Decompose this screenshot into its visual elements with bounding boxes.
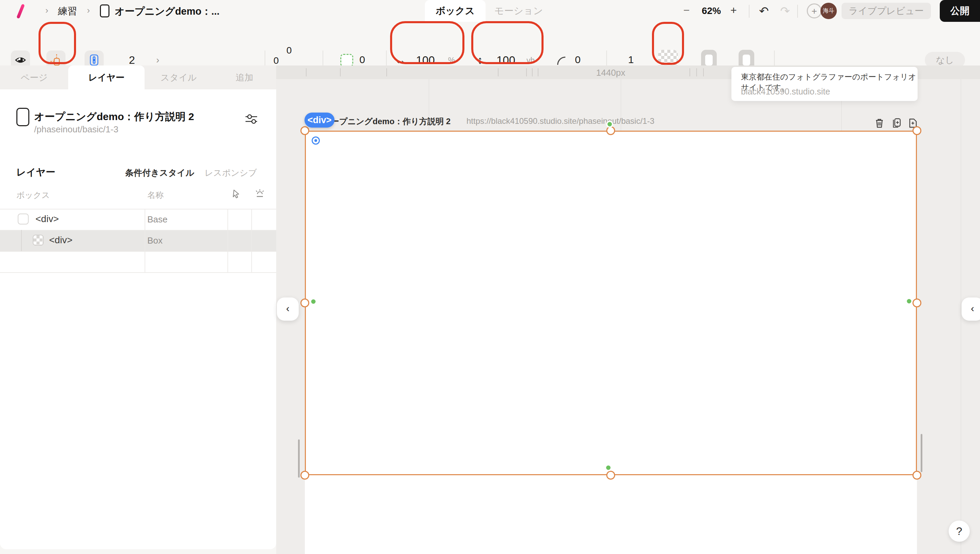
layer-row-name[interactable]: Base bbox=[147, 214, 167, 225]
top-header: › 練習 › オープニングdemo：... ボックス モーション − 62% +… bbox=[0, 0, 980, 22]
ruler-tick bbox=[340, 68, 340, 76]
corner-radius-icon bbox=[557, 57, 565, 65]
ruler-tick bbox=[306, 68, 307, 76]
handle-top-center[interactable] bbox=[606, 126, 615, 135]
ruler-tick bbox=[538, 68, 538, 76]
ruler-tick bbox=[703, 68, 704, 76]
layers-conditional-link[interactable]: 条件付きスタイル bbox=[125, 167, 194, 178]
cursor-column-icon[interactable] bbox=[231, 188, 242, 199]
collapse-left-panel-button[interactable]: ‹ bbox=[277, 298, 299, 321]
canvas-page-url[interactable]: https://black410590.studio.site/phaseino… bbox=[466, 116, 654, 126]
grid-line bbox=[0, 251, 276, 252]
tab-motion[interactable]: モーション bbox=[488, 0, 549, 22]
origin-target-icon[interactable] bbox=[312, 137, 320, 145]
duplicate-page-icon[interactable] bbox=[891, 117, 902, 129]
canvas-page-title[interactable]: オープニングdemo：作り方説明 2 bbox=[323, 116, 450, 127]
layers-responsive-link[interactable]: レスポンシブ bbox=[205, 167, 257, 178]
layer-row-tag[interactable]: <div> bbox=[49, 235, 73, 246]
eye-icon bbox=[15, 54, 26, 66]
grid-line bbox=[145, 209, 145, 273]
right-scrollbar[interactable] bbox=[921, 434, 923, 472]
redo-icon[interactable]: ↷ bbox=[780, 4, 790, 18]
position-x-value[interactable]: 0 bbox=[274, 55, 279, 66]
help-button[interactable]: ? bbox=[949, 521, 970, 542]
layer-transparent-icon[interactable] bbox=[33, 235, 44, 246]
tab-box[interactable]: ボックス bbox=[425, 0, 485, 22]
spacing-dot[interactable] bbox=[606, 466, 611, 470]
sidebar-page-title[interactable]: オープニングdemo：作り方説明 2 bbox=[34, 110, 194, 124]
stack-order-chevron-icon[interactable]: › bbox=[156, 54, 159, 65]
grid-line bbox=[0, 230, 276, 231]
breadcrumb-chevron-icon: › bbox=[87, 5, 90, 16]
divider bbox=[797, 5, 798, 18]
position-y-value[interactable]: 0 bbox=[286, 45, 292, 56]
studio-editor-window: › 練習 › オープニングdemo：... ボックス モーション − 62% +… bbox=[0, 0, 980, 554]
ruler-tick bbox=[498, 68, 498, 76]
grid-line bbox=[251, 209, 252, 273]
spacing-dot[interactable] bbox=[311, 299, 316, 304]
annotation-fill bbox=[652, 22, 684, 65]
padding-value[interactable]: 0 bbox=[360, 54, 365, 65]
grid-line bbox=[0, 209, 276, 209]
handle-bottom-right[interactable] bbox=[913, 471, 921, 480]
corner-radius-value[interactable]: 0 bbox=[575, 54, 581, 65]
sidebar-page-path: /phaseinout/basic/1-3 bbox=[34, 124, 118, 135]
tab-layers[interactable]: レイヤー bbox=[68, 65, 145, 89]
zoom-in-button[interactable]: + bbox=[730, 4, 737, 17]
sidebar-panel bbox=[0, 89, 276, 549]
invite-member-button[interactable]: + bbox=[807, 3, 822, 18]
annotation-width bbox=[390, 21, 465, 64]
annotation-height bbox=[471, 21, 544, 64]
publish-button[interactable]: 公開 bbox=[940, 0, 980, 22]
handle-top-left[interactable] bbox=[301, 126, 309, 135]
grid-line bbox=[228, 209, 228, 273]
divider bbox=[749, 5, 749, 18]
studio-logo-icon[interactable] bbox=[16, 4, 25, 19]
layers-heading: レイヤー bbox=[16, 166, 55, 179]
ruler-tick bbox=[696, 68, 697, 76]
overflow-icon bbox=[88, 54, 100, 66]
handle-mid-right[interactable] bbox=[913, 298, 921, 307]
handle-bottom-left[interactable] bbox=[301, 471, 309, 480]
column-header-name: 名称 bbox=[147, 189, 164, 201]
site-domain: black410590.studio.site bbox=[741, 87, 830, 97]
left-scrollbar[interactable] bbox=[298, 439, 300, 478]
ruler-tick bbox=[532, 68, 533, 76]
ruler-width-label: 1440px bbox=[585, 68, 636, 78]
tree-indent-line bbox=[21, 230, 22, 251]
breadcrumb-project[interactable]: 練習 bbox=[58, 5, 77, 18]
tab-styles[interactable]: スタイル bbox=[145, 65, 213, 89]
padding-icon bbox=[340, 54, 353, 67]
avatar[interactable]: 海斗 bbox=[821, 3, 837, 19]
selection-outline bbox=[305, 131, 917, 475]
page-settings-icon[interactable] bbox=[243, 111, 259, 127]
stack-order-value[interactable]: 2 bbox=[129, 54, 135, 67]
layer-row-name[interactable]: Box bbox=[147, 236, 163, 246]
delete-page-icon[interactable] bbox=[873, 117, 885, 129]
handle-bottom-center[interactable] bbox=[606, 471, 615, 480]
live-preview-button[interactable]: ライブプレビュー bbox=[842, 3, 931, 19]
tab-add[interactable]: 追加 bbox=[213, 65, 276, 89]
opacity-value[interactable]: 1 bbox=[628, 54, 634, 65]
expand-right-panel-button[interactable]: ‹ bbox=[962, 298, 980, 321]
page-doc-icon bbox=[100, 5, 110, 18]
ruler-tick bbox=[526, 68, 527, 76]
zoom-out-button[interactable]: − bbox=[683, 4, 690, 17]
annotation-placement bbox=[38, 22, 76, 64]
spacing-dot[interactable] bbox=[907, 299, 912, 304]
undo-icon[interactable]: ↶ bbox=[759, 4, 769, 18]
layer-row-tag[interactable]: <div> bbox=[35, 213, 59, 224]
highlight-column-icon[interactable] bbox=[255, 188, 265, 199]
tab-pages[interactable]: ページ bbox=[0, 65, 68, 89]
handle-top-right[interactable] bbox=[913, 126, 921, 135]
zoom-level[interactable]: 62% bbox=[702, 5, 721, 16]
column-guide bbox=[961, 79, 961, 554]
layer-box-icon[interactable] bbox=[18, 213, 29, 224]
grid-line bbox=[0, 272, 276, 273]
page-doc-icon bbox=[16, 108, 29, 126]
breadcrumb-page-title[interactable]: オープニングdemo：... bbox=[115, 5, 220, 18]
handle-mid-left[interactable] bbox=[301, 298, 309, 307]
element-tag-badge[interactable]: <div> bbox=[304, 113, 334, 127]
spacing-dot[interactable] bbox=[608, 122, 612, 127]
site-meta-card: 東京都在住のフォトグラファーのポートフォリオサイトです。 black410590… bbox=[732, 67, 918, 101]
